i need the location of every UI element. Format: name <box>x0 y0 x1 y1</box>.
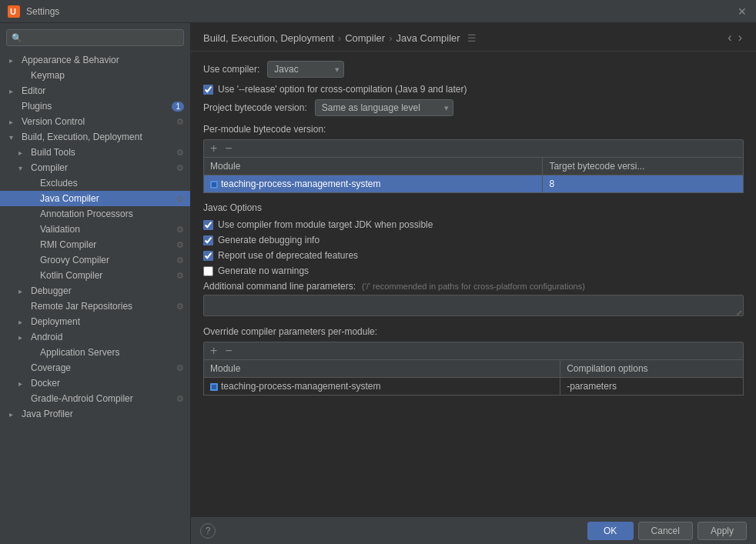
arrow-icon: ▸ <box>18 149 28 157</box>
expand-icon[interactable]: ⤢ <box>736 309 742 317</box>
sidebar-item-annotation-processors[interactable]: Annotation Processors <box>0 206 190 222</box>
sidebar-item-android[interactable]: ▸ Android <box>0 329 190 345</box>
remove-override-button[interactable]: − <box>222 344 235 358</box>
override-table: Module Compilation options teaching-proc… <box>203 359 744 395</box>
sidebar-item-label: Annotation Processors <box>40 209 133 219</box>
settings-icon: ⚙ <box>176 271 184 281</box>
javac-options-title: Javac Options <box>203 202 744 213</box>
per-module-label: Per-module bytecode version: <box>203 124 744 135</box>
arrow-icon: ▸ <box>18 287 28 295</box>
sidebar-item-editor[interactable]: ▸ Editor <box>0 83 190 98</box>
sidebar-item-label: Kotlin Compiler <box>40 270 102 281</box>
search-icon: 🔍 <box>12 33 22 43</box>
generate-debug-label[interactable]: Generate debugging info <box>218 235 319 245</box>
add-module-button[interactable]: + <box>207 142 220 155</box>
sidebar-item-keymap[interactable]: Keymap <box>0 68 190 83</box>
breadcrumb: Build, Execution, Deployment › Compiler … <box>203 32 477 44</box>
breadcrumb-part-1: Build, Execution, Deployment <box>203 32 334 44</box>
settings-icon: ⚙ <box>176 302 184 312</box>
cancel-button[interactable]: Cancel <box>638 522 693 540</box>
arrow-icon: ▸ <box>9 87 18 95</box>
cross-compile-checkbox[interactable] <box>203 85 213 95</box>
table-row[interactable]: teaching-process-management-system 8 <box>204 175 744 193</box>
use-module-target-checkbox[interactable] <box>203 220 213 230</box>
add-override-button[interactable]: + <box>207 344 220 358</box>
module-icon <box>210 383 218 391</box>
remove-module-button[interactable]: − <box>222 142 235 155</box>
sidebar: 🔍 ▸ Appearance & Behavior Keymap ▸ Edito… <box>0 23 191 544</box>
sidebar-item-application-servers[interactable]: Application Servers <box>0 345 190 360</box>
search-input[interactable] <box>26 32 179 43</box>
sidebar-item-label: Coverage <box>31 362 71 373</box>
override-title: Override compiler parameters per-module: <box>203 326 744 337</box>
sidebar-item-label: Deployment <box>31 316 80 327</box>
additional-params-wrapper: ⤢ <box>203 295 744 319</box>
breadcrumb-sep-1: › <box>338 32 341 44</box>
nav-forward-button[interactable]: › <box>737 31 744 45</box>
settings-icon: ⚙ <box>176 394 184 404</box>
additional-params-hint: ('/' recommended in paths for cross-plat… <box>362 282 585 291</box>
sidebar-item-remote-jar-repositories[interactable]: Remote Jar Repositories ⚙ <box>0 299 190 314</box>
additional-params-input[interactable] <box>203 295 744 316</box>
plugins-badge: 1 <box>172 102 184 112</box>
footer-left: ? <box>200 523 216 539</box>
bytecode-version-select[interactable]: Same as language level 8 11 17 <box>315 99 453 116</box>
nav-back-button[interactable]: ‹ <box>726 31 733 45</box>
help-button[interactable]: ? <box>200 523 216 539</box>
sidebar-item-debugger[interactable]: ▸ Debugger <box>0 283 190 299</box>
sidebar-item-label: Validation <box>40 224 80 235</box>
sidebar-item-groovy-compiler[interactable]: Groovy Compiler ⚙ <box>0 252 190 268</box>
arrow-icon: ▸ <box>9 118 18 126</box>
sidebar-item-label: Build Tools <box>31 147 75 158</box>
settings-icon: ⚙ <box>176 194 184 204</box>
breadcrumb-nav: ‹ › <box>726 31 744 45</box>
module-icon <box>210 181 218 189</box>
sidebar-item-kotlin-compiler[interactable]: Kotlin Compiler ⚙ <box>0 268 190 283</box>
report-deprecated-label[interactable]: Report use of deprecated features <box>218 250 358 261</box>
generate-no-warnings-label[interactable]: Generate no warnings <box>218 265 309 276</box>
sidebar-item-label: Compiler <box>31 162 68 173</box>
generate-no-warnings-checkbox[interactable] <box>203 266 213 276</box>
sidebar-item-deployment[interactable]: ▸ Deployment <box>0 314 190 329</box>
use-module-target-label[interactable]: Use compiler from module target JDK when… <box>218 219 433 230</box>
sidebar-item-gradle-android-compiler[interactable]: Gradle-Android Compiler ⚙ <box>0 391 190 406</box>
breadcrumb-menu-icon: ☰ <box>467 32 477 44</box>
sidebar-item-excludes[interactable]: Excludes <box>0 175 190 191</box>
sidebar-item-plugins[interactable]: Plugins 1 <box>0 98 190 114</box>
sidebar-item-label: Debugger <box>31 285 72 296</box>
sidebar-item-label: Groovy Compiler <box>40 255 109 265</box>
sidebar-item-docker[interactable]: ▸ Docker <box>0 375 190 391</box>
arrow-icon: ▸ <box>18 379 28 388</box>
ok-button[interactable]: OK <box>587 522 634 540</box>
table-row[interactable]: teaching-process-management-system -para… <box>204 378 744 395</box>
sidebar-item-coverage[interactable]: Coverage ⚙ <box>0 360 190 375</box>
sidebar-item-build-tools[interactable]: ▸ Build Tools ⚙ <box>0 145 190 160</box>
content-header: Build, Execution, Deployment › Compiler … <box>191 23 756 52</box>
sidebar-item-compiler[interactable]: ▾ Compiler ⚙ <box>0 160 190 175</box>
close-button[interactable]: ✕ <box>736 5 748 18</box>
override-options-cell: -parameters <box>560 378 744 395</box>
report-deprecated-checkbox[interactable] <box>203 251 213 261</box>
arrow-icon: ▸ <box>18 318 28 326</box>
compiler-select-wrapper[interactable]: Javac Eclipse Ajc <box>267 61 344 78</box>
apply-button[interactable]: Apply <box>697 522 747 540</box>
module-table-toolbar: + − <box>203 139 744 157</box>
arrow-icon: ▸ <box>18 333 28 342</box>
sidebar-item-appearance-behavior[interactable]: ▸ Appearance & Behavior <box>0 52 190 68</box>
sidebar-item-label: Java Profiler <box>22 409 73 419</box>
sidebar-item-java-compiler[interactable]: Java Compiler ⚙ <box>0 191 190 206</box>
sidebar-item-rmi-compiler[interactable]: RMI Compiler ⚙ <box>0 237 190 252</box>
settings-icon: ⚙ <box>176 148 184 158</box>
compiler-select[interactable]: Javac Eclipse Ajc <box>267 61 344 78</box>
use-compiler-row: Use compiler: Javac Eclipse Ajc <box>203 61 744 78</box>
sidebar-item-java-profiler[interactable]: ▸ Java Profiler <box>0 406 190 422</box>
search-box[interactable]: 🔍 <box>6 29 184 46</box>
report-deprecated-row: Report use of deprecated features <box>203 250 744 261</box>
sidebar-item-version-control[interactable]: ▸ Version Control ⚙ <box>0 114 190 129</box>
sidebar-item-build-execution-deployment[interactable]: ▾ Build, Execution, Deployment <box>0 129 190 145</box>
arrow-icon: ▾ <box>9 133 18 142</box>
generate-debug-checkbox[interactable] <box>203 235 213 245</box>
sidebar-item-validation[interactable]: Validation ⚙ <box>0 222 190 237</box>
cross-compile-label[interactable]: Use '--release' option for cross-compila… <box>218 84 467 95</box>
bytecode-select-wrapper[interactable]: Same as language level 8 11 17 <box>315 99 453 116</box>
